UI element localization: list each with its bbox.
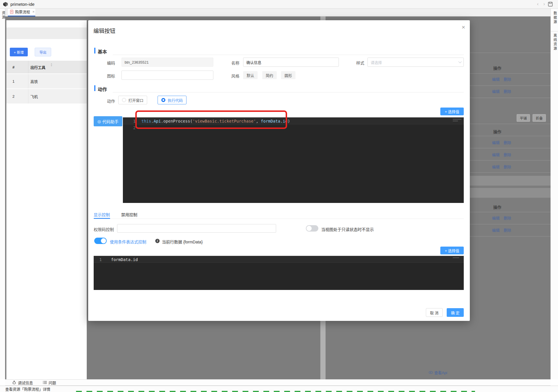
view-api-link[interactable]: 查看Api xyxy=(429,370,447,375)
nav-forward-icon[interactable]: › xyxy=(542,1,546,7)
condition-expression-toggle[interactable] xyxy=(94,238,107,244)
code-assistant-icon: ◎ xyxy=(97,119,101,124)
save-icon[interactable] xyxy=(548,2,553,7)
section-accent-bar xyxy=(94,48,95,53)
sidebar-item-datasource[interactable]: 数据源 xyxy=(553,11,557,24)
toggle-knob xyxy=(306,226,312,231)
table-header-row: # 出行工具 ▲▼ xyxy=(6,61,87,73)
dialog-close-icon[interactable]: × xyxy=(462,24,465,30)
sort-icon[interactable]: ▲▼ xyxy=(50,63,53,67)
debug-info-item[interactable]: 调试信息 xyxy=(12,380,33,385)
edit-button-dialog: 编辑按钮 × 基本 编码 btn_23635521 名称 确认信息 样式 请选择… xyxy=(88,20,470,321)
tab-ticket-process[interactable]: 购票流程 × xyxy=(8,9,35,16)
table-row[interactable]: 2 飞机 xyxy=(6,89,87,103)
fengge-simple-button[interactable]: 简约 xyxy=(262,71,277,79)
ok-button[interactable]: 确 定 xyxy=(447,308,464,317)
editor-minimap xyxy=(453,257,461,259)
line-number: 2 xyxy=(123,124,136,131)
icon-field[interactable] xyxy=(121,71,213,80)
col-header-vehicle[interactable]: 出行工具 xyxy=(30,64,45,70)
select-value-button[interactable]: + 选择值 xyxy=(440,247,464,254)
name-field-label: 名称 xyxy=(222,60,239,66)
table-row-actions: 编辑 删除 xyxy=(492,215,511,221)
add-button[interactable]: + 新增 xyxy=(10,48,28,56)
edit-link[interactable]: 编辑 xyxy=(492,215,500,221)
tab-show-control[interactable]: 显示控制 xyxy=(94,212,110,217)
code-field-label: 编码 xyxy=(98,60,115,66)
fengge-round-button[interactable]: 圆形 xyxy=(281,71,295,79)
table-row-actions: 编辑 删除 xyxy=(492,152,511,157)
radio-execute-code[interactable]: 执行代码 xyxy=(158,96,186,104)
divider xyxy=(551,31,558,32)
fold-layout-button[interactable]: 折叠 xyxy=(533,114,546,122)
permission-field-label: 权限码控制 xyxy=(94,226,116,232)
delete-link[interactable]: 删除 xyxy=(504,227,511,233)
code-field[interactable]: btn_23635521 xyxy=(121,58,213,67)
row-vehicle: 高铁 xyxy=(30,79,38,84)
divider xyxy=(28,74,28,88)
row-vehicle: 飞机 xyxy=(30,94,38,99)
document-icon xyxy=(10,10,13,14)
icon-field-label: 图标 xyxy=(98,73,115,79)
info-icon: i xyxy=(155,239,160,243)
sidebar-item-offline-resources[interactable]: 离线资源 xyxy=(553,34,557,51)
divider xyxy=(113,55,464,55)
table-row[interactable]: 1 高铁 xyxy=(6,74,87,88)
divider xyxy=(28,61,28,73)
app-window: primeton-ide ‹ › 购票流程 × 资源 数据源 离线资源 操作 编… xyxy=(0,0,558,392)
window-titlebar: primeton-ide ‹ › xyxy=(0,0,558,9)
code-line-1: 1 formData.id xyxy=(94,256,464,263)
table-row-actions: 编辑 删除 xyxy=(492,164,511,169)
cancel-button[interactable]: 取 消 xyxy=(426,308,443,317)
delete-link[interactable]: 删除 xyxy=(504,215,511,221)
action-column-header: 操作 xyxy=(493,129,501,134)
style-select[interactable]: 请选择 xyxy=(367,58,464,67)
condition-toggle-label[interactable]: 使用条件表达式控制 xyxy=(110,239,146,245)
edit-link[interactable]: 编辑 xyxy=(492,140,500,145)
editor-tabstrip: 购票流程 × xyxy=(5,9,550,16)
resource-list-panel: + 新增 导出 # 出行工具 ▲▼ 1 高铁 2 飞机 xyxy=(6,20,87,379)
delete-link[interactable]: 删除 xyxy=(504,140,511,145)
code-assistant-button[interactable]: ◎ 代码助手 xyxy=(94,116,122,126)
delete-link[interactable]: 删除 xyxy=(504,76,511,82)
code-editor[interactable]: 1 this.Api.openProcess('viewBasic.ticket… xyxy=(123,117,464,203)
radio-open-window[interactable]: 打开窗口 xyxy=(118,96,147,104)
edit-link[interactable]: 编辑 xyxy=(492,227,500,233)
delete-link[interactable]: 删除 xyxy=(504,152,511,157)
select-value-button[interactable]: + 选择值 xyxy=(440,108,464,115)
nav-back-icon[interactable]: ‹ xyxy=(535,1,540,7)
divider xyxy=(94,219,464,219)
edit-link[interactable]: 编辑 xyxy=(492,152,500,157)
tab-close-icon[interactable]: × xyxy=(32,10,35,14)
edit-link[interactable]: 编辑 xyxy=(492,164,500,169)
permission-code-input[interactable] xyxy=(117,224,276,233)
left-sidebar-strip: 资源 xyxy=(0,9,5,379)
row-index: 1 xyxy=(12,79,14,84)
name-field[interactable]: 确认信息 xyxy=(243,58,339,67)
taskbar-peek xyxy=(76,391,475,392)
app-title: primeton-ide xyxy=(10,2,34,7)
tab-disable-control[interactable]: 禁用控制 xyxy=(121,212,137,217)
edit-link[interactable]: 编辑 xyxy=(492,88,500,94)
problems-item[interactable]: 问题 xyxy=(43,380,56,385)
app-logo-icon xyxy=(3,1,8,7)
condition-code-editor[interactable]: 1 formData.id xyxy=(94,256,464,290)
table-row-actions: 编辑 删除 xyxy=(492,227,511,233)
toggle-knob xyxy=(101,238,106,243)
fengge-default-button[interactable]: 默认 xyxy=(243,71,258,79)
delete-link[interactable]: 删除 xyxy=(504,164,511,169)
readonly-toggle-label: 当视图处于只读状态时不显示 xyxy=(321,226,374,232)
row-index: 2 xyxy=(12,94,14,99)
action-column-header: 操作 xyxy=(493,65,501,71)
delete-link[interactable]: 删除 xyxy=(504,88,511,94)
panel-header-band xyxy=(6,27,87,39)
edit-link[interactable]: 编辑 xyxy=(492,76,500,82)
divider xyxy=(113,92,464,93)
flat-layout-button[interactable]: 平铺 xyxy=(517,114,530,122)
right-sidebar-strip: 数据源 离线资源 xyxy=(550,9,558,379)
eye-icon xyxy=(429,371,433,374)
readonly-hide-toggle[interactable] xyxy=(306,225,318,232)
radio-icon xyxy=(122,98,126,102)
list-icon xyxy=(43,381,47,384)
export-button[interactable]: 导出 xyxy=(35,48,51,56)
